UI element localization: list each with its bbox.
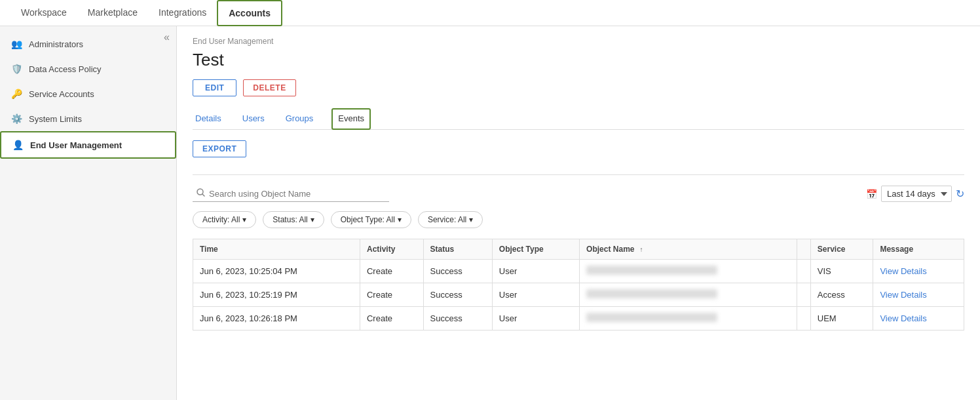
top-navigation: Workspace Marketplace Integrations Accou… — [0, 0, 980, 26]
refresh-icon[interactable]: ↻ — [956, 188, 964, 200]
cell-spacer-3 — [797, 307, 810, 330]
tab-groups[interactable]: Groups — [283, 108, 316, 130]
col-activity: Activity — [360, 239, 423, 260]
cell-time-1: Jun 6, 2023, 10:25:04 PM — [193, 260, 360, 283]
col-spacer — [797, 239, 810, 260]
table-row: Jun 6, 2023, 10:25:19 PM Create Success … — [193, 283, 964, 307]
filter-row: Activity: All ▾ Status: All ▾ Object Typ… — [193, 211, 964, 228]
nav-marketplace[interactable]: Marketplace — [77, 1, 148, 26]
filter-status-label: Status: All — [273, 215, 307, 224]
date-range-dropdown[interactable]: Last 7 days Last 14 days Last 30 days La… — [881, 186, 952, 202]
search-input[interactable] — [209, 189, 385, 199]
search-icon — [197, 188, 205, 199]
cell-object-name-2 — [580, 283, 797, 307]
events-table: Time Activity Status Object Type Object … — [193, 239, 964, 330]
cell-message-3[interactable]: View Details — [873, 307, 964, 330]
search-box — [193, 186, 389, 202]
divider — [193, 174, 964, 175]
cell-activity-1: Create — [360, 260, 423, 283]
cell-object-name-3 — [580, 307, 797, 330]
cell-status-1: Success — [423, 260, 492, 283]
nav-accounts[interactable]: Accounts — [217, 0, 282, 26]
object-name-blurred-2 — [586, 289, 717, 298]
sidebar-item-label-end-user-management: End User Management — [30, 140, 122, 150]
filter-service[interactable]: Service: All ▾ — [418, 211, 483, 228]
administrators-icon: 👥 — [10, 38, 22, 50]
end-user-management-icon: 👤 — [12, 139, 24, 151]
cell-time-3: Jun 6, 2023, 10:26:18 PM — [193, 307, 360, 330]
cell-object-name-1 — [580, 260, 797, 283]
date-range-selector: 📅 Last 7 days Last 14 days Last 30 days … — [866, 186, 964, 202]
sidebar-item-administrators[interactable]: 👥 Administrators — [0, 31, 176, 56]
filter-object-type-label: Object Type: All — [341, 215, 395, 224]
page-title: Test — [193, 50, 964, 70]
content-tabs: Details Users Groups Events — [193, 108, 964, 130]
calendar-icon: 📅 — [866, 189, 877, 199]
filter-object-type[interactable]: Object Type: All ▾ — [331, 211, 411, 228]
col-object-type: Object Type — [492, 239, 579, 260]
col-service: Service — [810, 239, 873, 260]
sidebar-item-service-accounts[interactable]: 🔑 Service Accounts — [0, 81, 176, 106]
tab-events[interactable]: Events — [331, 108, 371, 130]
sidebar-item-label-system-limits: System Limits — [29, 114, 82, 124]
cell-spacer-2 — [797, 283, 810, 307]
sort-icon: ↑ — [639, 246, 643, 253]
system-limits-icon: ⚙️ — [10, 113, 22, 125]
view-details-link-1[interactable]: View Details — [880, 266, 926, 276]
filter-status-chevron: ▾ — [311, 215, 314, 224]
cell-activity-3: Create — [360, 307, 423, 330]
col-time: Time — [193, 239, 360, 260]
filter-activity-chevron: ▾ — [242, 215, 246, 224]
main-content: End User Management Test EDIT DELETE Det… — [177, 26, 980, 400]
filter-service-label: Service: All — [428, 215, 466, 224]
object-name-blurred-3 — [586, 313, 717, 322]
col-message: Message — [873, 239, 964, 260]
cell-time-2: Jun 6, 2023, 10:25:19 PM — [193, 283, 360, 307]
col-status: Status — [423, 239, 492, 260]
delete-button[interactable]: DELETE — [243, 79, 295, 96]
cell-service-1: VIS — [810, 260, 873, 283]
view-details-link-3[interactable]: View Details — [880, 313, 926, 323]
svg-line-1 — [202, 194, 204, 196]
cell-object-type-2: User — [492, 283, 579, 307]
tab-users[interactable]: Users — [240, 108, 267, 130]
table-row: Jun 6, 2023, 10:26:18 PM Create Success … — [193, 307, 964, 330]
sidebar-item-label-data-access-policy: Data Access Policy — [29, 64, 102, 74]
cell-status-3: Success — [423, 307, 492, 330]
data-access-policy-icon: 🛡️ — [10, 63, 22, 75]
filter-status[interactable]: Status: All ▾ — [263, 211, 324, 228]
cell-spacer-1 — [797, 260, 810, 283]
tab-details[interactable]: Details — [193, 108, 224, 130]
sidebar-item-label-service-accounts: Service Accounts — [29, 89, 94, 99]
sidebar-item-system-limits[interactable]: ⚙️ System Limits — [0, 106, 176, 131]
sidebar-item-end-user-management[interactable]: 👤 End User Management — [0, 131, 176, 159]
cell-message-1[interactable]: View Details — [873, 260, 964, 283]
cell-status-2: Success — [423, 283, 492, 307]
edit-button[interactable]: EDIT — [193, 79, 236, 96]
cell-object-type-3: User — [492, 307, 579, 330]
service-accounts-icon: 🔑 — [10, 88, 22, 100]
nav-integrations[interactable]: Integrations — [148, 1, 217, 26]
cell-service-2: Access — [810, 283, 873, 307]
search-filter-row: 📅 Last 7 days Last 14 days Last 30 days … — [193, 186, 964, 202]
cell-service-3: UEM — [810, 307, 873, 330]
sidebar-collapse-button[interactable]: « — [164, 31, 170, 43]
col-object-name-label: Object Name — [586, 245, 634, 254]
cell-message-2[interactable]: View Details — [873, 283, 964, 307]
table-row: Jun 6, 2023, 10:25:04 PM Create Success … — [193, 260, 964, 283]
filter-activity-label: Activity: All — [202, 215, 240, 224]
cell-activity-2: Create — [360, 283, 423, 307]
filter-activity[interactable]: Activity: All ▾ — [193, 211, 256, 228]
view-details-link-2[interactable]: View Details — [880, 290, 926, 300]
main-layout: « 👥 Administrators 🛡️ Data Access Policy… — [0, 26, 980, 400]
object-name-blurred-1 — [586, 266, 717, 275]
breadcrumb: End User Management — [193, 37, 964, 46]
filter-object-type-chevron: ▾ — [398, 215, 402, 224]
sidebar-item-label-administrators: Administrators — [29, 39, 83, 49]
filter-service-chevron: ▾ — [469, 215, 473, 224]
nav-workspace[interactable]: Workspace — [10, 1, 77, 26]
export-button[interactable]: EXPORT — [193, 140, 246, 157]
col-object-name[interactable]: Object Name ↑ — [580, 239, 797, 260]
cell-object-type-1: User — [492, 260, 579, 283]
sidebar-item-data-access-policy[interactable]: 🛡️ Data Access Policy — [0, 56, 176, 81]
